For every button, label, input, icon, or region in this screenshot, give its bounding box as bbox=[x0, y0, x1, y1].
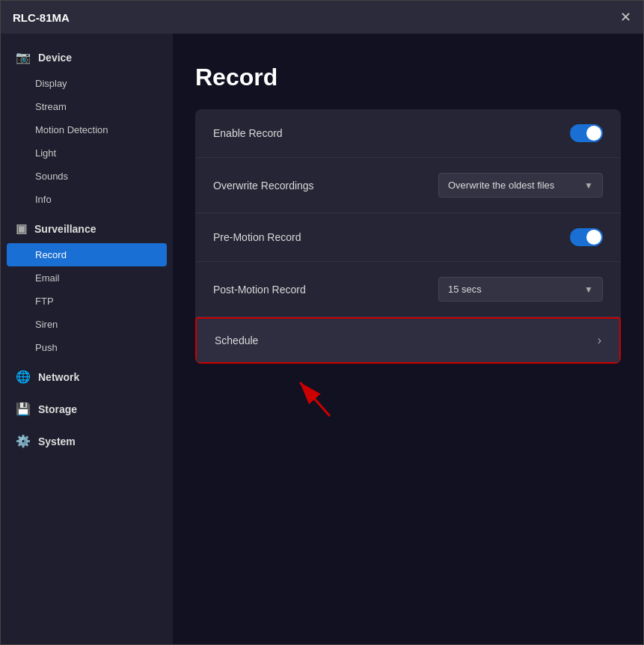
titlebar: RLC-81MA ✕ bbox=[1, 1, 643, 34]
pre-motion-label: Pre-Motion Record bbox=[213, 231, 301, 243]
post-motion-label: Post-Motion Record bbox=[213, 284, 306, 296]
pre-motion-toggle[interactable] bbox=[570, 228, 603, 246]
post-motion-dropdown[interactable]: 15 secs ▼ bbox=[438, 277, 603, 302]
device-label: Device bbox=[38, 52, 72, 64]
sidebar-item-ftp-label: FTP bbox=[35, 296, 54, 307]
main-layout: 📷 Device Display Stream Motion Detection… bbox=[1, 34, 643, 644]
sidebar-item-record[interactable]: Record bbox=[7, 243, 167, 266]
settings-card: Enable Record Overwrite Recordings Overw… bbox=[195, 109, 621, 364]
sidebar: 📷 Device Display Stream Motion Detection… bbox=[1, 34, 173, 644]
sidebar-group-surveillance[interactable]: ▣ Surveillance bbox=[1, 214, 173, 243]
sidebar-item-push-label: Push bbox=[35, 342, 58, 353]
pre-motion-row: Pre-Motion Record bbox=[195, 213, 621, 262]
sidebar-item-sounds[interactable]: Sounds bbox=[1, 165, 173, 188]
surveillance-icon: ▣ bbox=[16, 221, 27, 236]
chevron-down-icon-2: ▼ bbox=[584, 284, 593, 295]
surveillance-label: Surveillance bbox=[34, 223, 96, 235]
sidebar-item-light-label: Light bbox=[35, 147, 56, 159]
schedule-label: Schedule bbox=[215, 334, 258, 346]
annotation-area bbox=[195, 364, 621, 424]
sidebar-item-push[interactable]: Push bbox=[1, 336, 173, 359]
network-section: 🌐 Network bbox=[1, 362, 173, 391]
storage-section: 💾 Storage bbox=[1, 394, 173, 424]
sidebar-group-storage[interactable]: 💾 Storage bbox=[1, 394, 173, 424]
chevron-right-icon: › bbox=[598, 334, 601, 347]
sidebar-group-system[interactable]: ⚙️ System bbox=[1, 427, 173, 456]
sidebar-group-network[interactable]: 🌐 Network bbox=[1, 362, 173, 391]
sidebar-item-email[interactable]: Email bbox=[1, 266, 173, 290]
sidebar-item-light[interactable]: Light bbox=[1, 141, 173, 165]
sidebar-item-record-label: Record bbox=[35, 249, 67, 260]
enable-record-label: Enable Record bbox=[213, 127, 283, 139]
network-label: Network bbox=[38, 371, 79, 383]
content-area: Record Enable Record Overwrite Recording… bbox=[173, 34, 643, 644]
storage-label: Storage bbox=[38, 403, 77, 415]
sidebar-item-display[interactable]: Display bbox=[1, 72, 173, 95]
overwrite-recordings-label: Overwrite Recordings bbox=[213, 180, 314, 192]
sidebar-item-stream[interactable]: Stream bbox=[1, 95, 173, 118]
page-title: Record bbox=[195, 64, 621, 91]
enable-record-toggle[interactable] bbox=[570, 124, 603, 142]
schedule-row[interactable]: Schedule › bbox=[195, 317, 621, 364]
network-icon: 🌐 bbox=[16, 370, 31, 384]
overwrite-recordings-dropdown[interactable]: Overwrite the oldest files ▼ bbox=[438, 173, 603, 198]
overwrite-recordings-row: Overwrite Recordings Overwrite the oldes… bbox=[195, 158, 621, 213]
system-label: System bbox=[38, 435, 76, 447]
post-motion-value: 15 secs bbox=[448, 284, 482, 295]
device-icon: 📷 bbox=[16, 50, 31, 64]
svg-line-1 bbox=[300, 382, 330, 416]
post-motion-row: Post-Motion Record 15 secs ▼ bbox=[195, 262, 621, 317]
overwrite-recordings-value: Overwrite the oldest files bbox=[448, 180, 554, 191]
chevron-down-icon: ▼ bbox=[584, 180, 593, 191]
device-section: 📷 Device Display Stream Motion Detection… bbox=[1, 43, 173, 211]
sidebar-item-siren-label: Siren bbox=[35, 319, 58, 330]
storage-icon: 💾 bbox=[16, 402, 31, 416]
sidebar-item-motion-detection-label: Motion Detection bbox=[35, 124, 108, 135]
sidebar-item-sounds-label: Sounds bbox=[35, 171, 68, 182]
system-section: ⚙️ System bbox=[1, 427, 173, 456]
pre-motion-toggle-knob bbox=[586, 230, 601, 245]
system-icon: ⚙️ bbox=[16, 434, 31, 448]
sidebar-item-motion-detection[interactable]: Motion Detection bbox=[1, 118, 173, 141]
enable-record-row: Enable Record bbox=[195, 109, 621, 158]
app-window: RLC-81MA ✕ 📷 Device Display Stream Motio… bbox=[0, 0, 644, 645]
sidebar-item-info[interactable]: Info bbox=[1, 188, 173, 211]
sidebar-group-device[interactable]: 📷 Device bbox=[1, 43, 173, 72]
sidebar-item-ftp[interactable]: FTP bbox=[1, 290, 173, 313]
sidebar-item-display-label: Display bbox=[35, 78, 67, 89]
enable-record-toggle-knob bbox=[586, 126, 601, 141]
sidebar-item-stream-label: Stream bbox=[35, 101, 67, 112]
window-title: RLC-81MA bbox=[13, 11, 70, 24]
surveillance-section: ▣ Surveillance Record Email FTP Siren Pu… bbox=[1, 214, 173, 359]
close-button[interactable]: ✕ bbox=[620, 10, 631, 24]
sidebar-item-email-label: Email bbox=[35, 272, 60, 284]
sidebar-item-info-label: Info bbox=[35, 194, 52, 205]
sidebar-item-siren[interactable]: Siren bbox=[1, 313, 173, 336]
red-arrow-annotation bbox=[285, 371, 345, 427]
